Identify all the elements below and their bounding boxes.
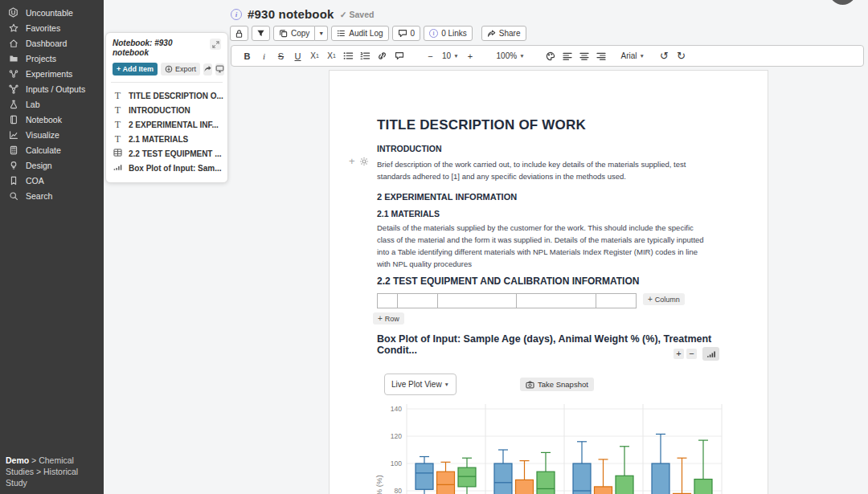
share-button[interactable]: Share <box>481 26 526 41</box>
sidebar-item-dashboard[interactable]: Dashboard <box>0 35 104 51</box>
copy-button[interactable]: Copy <box>273 26 315 41</box>
decrease-font-button[interactable]: − <box>423 47 438 64</box>
align-right-button[interactable] <box>594 47 609 64</box>
sidebar-item-label: Projects <box>26 54 56 63</box>
page-title: #930 notebook <box>248 7 334 21</box>
outline-item-test-equipment[interactable]: 2.2 TEST EQUIPMENT ... <box>113 146 221 161</box>
subscript-button[interactable]: X1 <box>324 47 339 64</box>
table-cell[interactable] <box>517 294 596 308</box>
document-content[interactable]: TITLE DESCRIPTION OF WORK INTRODUCTION B… <box>330 71 768 494</box>
numbered-list-button[interactable] <box>358 47 373 64</box>
zoom-select[interactable]: 100%▼ <box>494 51 527 60</box>
sidebar-item-coa[interactable]: COA <box>0 173 104 188</box>
strikethrough-button[interactable]: S <box>273 47 289 64</box>
plot-type-button[interactable] <box>702 347 719 361</box>
table-cell[interactable] <box>596 294 637 308</box>
plus-icon: + <box>378 314 383 323</box>
table-cell[interactable] <box>398 294 438 308</box>
comment-button[interactable] <box>391 47 407 64</box>
outline-item-title[interactable]: TTITLE DESCRIPTION O... <box>113 88 221 103</box>
equipment-table[interactable] <box>377 293 637 308</box>
plot-zoom-out-button[interactable]: − <box>686 349 697 359</box>
plot-zoom-in-button[interactable]: + <box>674 349 684 359</box>
comment-bubble-icon <box>398 29 407 38</box>
sidebar-item-favorites[interactable]: Favorites <box>0 20 104 35</box>
sidebar-item-notebook[interactable]: Notebook <box>0 112 104 127</box>
redo-button[interactable]: ↻ <box>674 47 689 64</box>
comments-button[interactable]: 0 <box>392 26 421 41</box>
sidebar-item-projects[interactable]: Projects <box>0 51 104 66</box>
lock-button[interactable] <box>230 26 248 41</box>
italic-button[interactable]: i <box>256 47 272 64</box>
add-item-button[interactable]: + Add Item <box>113 63 158 76</box>
table-row[interactable] <box>378 294 637 308</box>
font-family-select[interactable]: Arial▼ <box>619 51 647 60</box>
plot-view-select[interactable]: Live Plot View ▼ <box>384 374 457 395</box>
outline-item-introduction[interactable]: TINTRODUCTION <box>113 103 221 117</box>
doc-section2-heading[interactable]: 2 EXPERIMENTAL INFORMATION <box>377 192 768 202</box>
box-plot-heading[interactable]: Box Plot of Input: Sample Age (days), An… <box>377 333 718 356</box>
table-cell[interactable] <box>378 294 398 308</box>
text-color-button[interactable] <box>543 47 559 64</box>
export-download-icon <box>165 65 173 73</box>
share-item-button[interactable] <box>203 63 212 76</box>
filter-button[interactable] <box>252 26 270 41</box>
breadcrumb-root[interactable]: Demo <box>6 455 29 465</box>
outline-item-box-plot[interactable]: Box Plot of Input: Sam... <box>113 161 221 175</box>
svg-text:140: 140 <box>391 405 402 413</box>
flask-icon <box>8 99 18 109</box>
superscript-button[interactable]: X1 <box>307 47 322 64</box>
undo-button[interactable]: ↺ <box>657 47 672 64</box>
info-icon[interactable]: i <box>231 9 242 20</box>
audit-log-button[interactable]: Audit Log <box>331 26 388 41</box>
copy-icon <box>279 29 288 38</box>
breadcrumb[interactable]: Demo > Chemical Studies > Historical Stu… <box>6 455 100 488</box>
panel-divider <box>111 82 223 83</box>
bullet-list-icon <box>343 51 354 60</box>
sidebar-item-inputs-outputs[interactable]: Inputs / Outputs <box>0 81 104 96</box>
doc-section21-heading[interactable]: 2.1 MATERIALS <box>377 209 768 218</box>
inputs-outputs-icon <box>8 84 18 94</box>
comments-count: 0 <box>411 29 416 38</box>
export-button[interactable]: Export <box>161 63 200 76</box>
bold-button[interactable]: B <box>240 47 255 64</box>
sidebar-item-experiments[interactable]: Experiments <box>0 66 104 81</box>
sidebar-item-uncountable[interactable]: Uncountable <box>0 5 104 20</box>
take-snapshot-button[interactable]: Take Snapshot <box>520 378 594 391</box>
svg-text:80: 80 <box>395 487 403 494</box>
underline-button[interactable]: U <box>290 47 305 64</box>
font-size-select[interactable]: 10▼ <box>440 51 461 60</box>
text-block-icon: T <box>113 133 123 145</box>
doc-intro-paragraph[interactable]: Brief description of the work carried ou… <box>377 158 731 182</box>
insert-link-button[interactable] <box>375 47 390 64</box>
align-left-button[interactable] <box>560 47 575 64</box>
sidebar-item-design[interactable]: Design <box>0 157 104 173</box>
links-button[interactable]: i 0 Links <box>424 26 473 41</box>
box-plot-chart[interactable]: 80100120140Animal Weight % (%) <box>371 401 718 494</box>
expand-panel-button[interactable] <box>210 39 221 50</box>
align-center-button[interactable] <box>577 47 592 64</box>
outline-item-experimental[interactable]: T2 EXPERIMENTAL INF... <box>113 117 221 132</box>
doc-section21-paragraph[interactable]: Details of the materials supplied by the… <box>377 222 731 270</box>
links-info-icon: i <box>429 29 438 38</box>
bookmark-icon <box>8 175 18 186</box>
outline-item-materials[interactable]: T2.1 MATERIALS <box>113 132 221 146</box>
sidebar-item-lab[interactable]: Lab <box>0 96 104 112</box>
sidebar-item-calculate[interactable]: Calculate <box>0 142 104 157</box>
sidebar-item-search[interactable]: Search <box>0 188 104 203</box>
chart-block-icon <box>113 163 123 173</box>
bullet-list-button[interactable] <box>341 47 356 64</box>
add-column-button[interactable]: +Column <box>643 293 685 305</box>
sidebar-item-label: Favorites <box>26 23 60 33</box>
copy-dropdown-button[interactable]: ▼ <box>315 26 328 41</box>
sidebar-item-visualize[interactable]: Visualize <box>0 127 104 142</box>
svg-text:Animal Weight % (%): Animal Weight % (%) <box>375 475 383 494</box>
presentation-monitor-button[interactable] <box>215 63 224 76</box>
doc-intro-heading[interactable]: INTRODUCTION <box>377 144 768 153</box>
add-row-button[interactable]: +Row <box>373 312 404 325</box>
table-cell[interactable] <box>438 294 517 308</box>
user-avatar[interactable] <box>829 0 856 5</box>
doc-title-heading[interactable]: TITLE DESCRIPTION OF WORK <box>377 117 768 133</box>
doc-section22-heading[interactable]: 2.2 TEST EQUIPMENT AND CALIBRATION INFOR… <box>377 276 768 287</box>
increase-font-button[interactable]: + <box>463 47 478 64</box>
